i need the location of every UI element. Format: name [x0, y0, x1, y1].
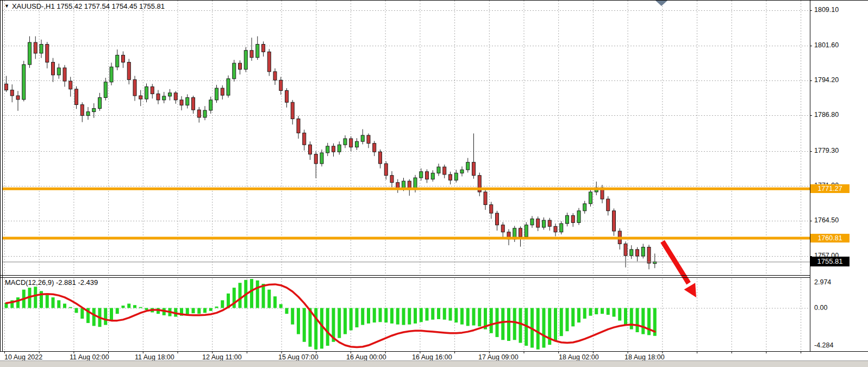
price-axis-label: 1764.50: [814, 216, 839, 224]
macd-signal-line: [7, 284, 655, 347]
symbol-ohlc-text: XAUUSD-,H1 1755.42 1757.54 1754.45 1755.…: [12, 2, 165, 10]
time-axis-label: 15 Aug 07:00: [278, 353, 319, 361]
time-axis-label: 12 Aug 11:00: [202, 353, 242, 361]
chart-canvas[interactable]: [0, 0, 868, 367]
macd-axis-label: -4.284: [814, 341, 833, 349]
time-axis-label: 11 Aug 18:00: [135, 353, 174, 361]
trading-chart-window: { "header": { "dropdown_icon": "▼", "sym…: [0, 0, 868, 367]
symbol-title: ▼ XAUUSD-,H1 1755.42 1757.54 1754.45 175…: [4, 2, 165, 10]
time-axis-label: 17 Aug 09:00: [478, 353, 519, 361]
chart-shift-marker-icon[interactable]: [655, 1, 667, 6]
time-axis-label: 16 Aug 16:00: [412, 353, 452, 361]
window-bottom-edge: [0, 360, 868, 367]
grid-lines: [3, 1, 812, 353]
macd-indicator-label: MACD(12,26,9) -2.881 -2.439: [5, 278, 98, 287]
time-axis-label: 16 Aug 00:00: [346, 353, 386, 361]
price-line-badge-lower: 1760.81: [810, 234, 850, 242]
price-axis-label: 1779.30: [814, 147, 839, 154]
price-line-badge-upper: 1771.27: [810, 184, 850, 193]
horizontal-price-lines[interactable]: [3, 189, 810, 238]
price-axis-label: 1809.10: [814, 6, 839, 14]
macd-axis-label: 2.974: [814, 278, 831, 286]
price-axis-label: 1786.80: [814, 111, 839, 119]
trend-down-arrow-annotation[interactable]: [663, 241, 696, 297]
time-axis-label: 18 Aug 02:00: [559, 353, 599, 361]
symbol-dropdown-icon[interactable]: ▼: [4, 4, 9, 9]
current-price-badge: 1755.81: [810, 257, 850, 266]
time-axis-label: 10 Aug 2022: [4, 353, 42, 361]
time-axis-label: 18 Aug 18:00: [625, 353, 665, 361]
price-axis-label: 1794.20: [814, 76, 839, 84]
time-axis-label: 11 Aug 02:00: [70, 353, 109, 361]
macd-axis-label: 0.00: [814, 304, 827, 312]
price-axis-label: 1801.60: [814, 41, 839, 49]
